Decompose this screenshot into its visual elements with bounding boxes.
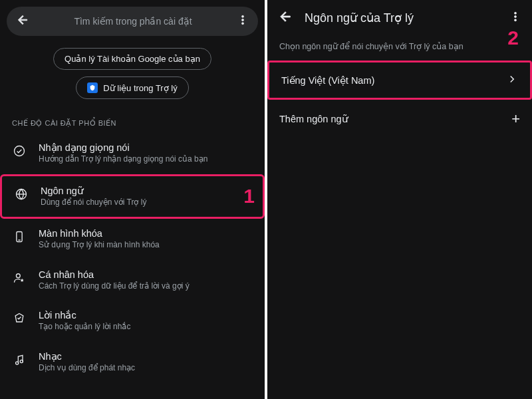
row-subtitle: Hướng dẫn Trợ lý nhận dạng giọng nói của… bbox=[39, 154, 207, 165]
row-title: Màn hình khóa bbox=[39, 228, 160, 239]
manage-account-chip[interactable]: Quản lý Tài khoản Google của bạn bbox=[53, 48, 211, 70]
lock-screen-icon bbox=[12, 229, 27, 244]
music-note-icon bbox=[12, 352, 27, 367]
row-subtitle: Sử dụng Trợ lý khi màn hình khóa bbox=[39, 240, 160, 251]
back-icon[interactable] bbox=[16, 13, 29, 29]
svg-point-7 bbox=[16, 362, 19, 364]
more-icon[interactable] bbox=[509, 11, 521, 25]
page-title: Ngôn ngữ của Trợ lý bbox=[305, 11, 497, 25]
row-title: Ngôn ngữ bbox=[41, 186, 146, 196]
assistant-data-chip[interactable]: Dữ liệu trong Trợ lý bbox=[76, 76, 188, 99]
language-list: Tiếng Việt (Việt Nam) Thêm ngôn ngữ + bbox=[267, 61, 532, 138]
settings-list: Nhận dạng giọng nói Hướng dẫn Trợ lý nhậ… bbox=[0, 133, 265, 383]
language-label: Tiếng Việt (Việt Nam) bbox=[281, 75, 506, 86]
add-language-label: Thêm ngôn ngữ bbox=[279, 114, 511, 124]
plus-icon: + bbox=[511, 110, 520, 128]
row-personalization[interactable]: Cá nhân hóa Cách Trợ lý dùng dữ liệu để … bbox=[0, 260, 265, 301]
row-reminders[interactable]: Lời nhắc Tạo hoặc quản lý lời nhắc bbox=[0, 301, 265, 342]
svg-point-2 bbox=[242, 23, 244, 25]
section-header: CHẾ ĐỘ CÀI ĐẶT PHỔ BIẾN bbox=[0, 111, 265, 133]
row-subtitle: Dùng để nói chuyện với Trợ lý bbox=[41, 198, 146, 208]
row-subtitle: Cách Trợ lý dùng dữ liệu để trả lời và g… bbox=[39, 281, 190, 292]
chevron-right-icon bbox=[506, 73, 518, 87]
chip-label: Dữ liệu trong Trợ lý bbox=[103, 83, 177, 93]
language-row-primary[interactable]: Tiếng Việt (Việt Nam) bbox=[267, 61, 532, 100]
reminder-icon bbox=[12, 311, 27, 326]
left-settings-panel: Tìm kiếm trong phần cài đặt Quản lý Tài … bbox=[0, 0, 265, 399]
shield-icon bbox=[87, 82, 98, 93]
row-title: Lời nhắc bbox=[39, 310, 130, 321]
globe-icon bbox=[14, 187, 29, 201]
search-bar[interactable]: Tìm kiếm trong phần cài đặt bbox=[7, 7, 258, 36]
back-icon[interactable] bbox=[278, 9, 293, 27]
callout-number-1: 1 bbox=[243, 185, 255, 207]
row-voice-match[interactable]: Nhận dạng giọng nói Hướng dẫn Trợ lý nhậ… bbox=[0, 133, 265, 174]
svg-point-3 bbox=[15, 146, 25, 156]
row-title: Nhận dạng giọng nói bbox=[39, 142, 207, 153]
check-circle-icon bbox=[12, 144, 27, 158]
right-languages-panel: 2 Ngôn ngữ của Trợ lý Chọn ngôn ngữ để n… bbox=[267, 0, 532, 399]
right-header: Ngôn ngữ của Trợ lý bbox=[267, 0, 532, 36]
add-language-row[interactable]: Thêm ngôn ngữ + bbox=[267, 100, 532, 138]
svg-point-11 bbox=[515, 19, 517, 21]
chip-label: Quản lý Tài khoản Google của bạn bbox=[65, 54, 200, 64]
svg-point-1 bbox=[242, 19, 244, 21]
callout-number-2: 2 bbox=[507, 27, 519, 49]
row-title: Nhạc bbox=[39, 351, 135, 362]
search-placeholder: Tìm kiếm trong phần cài đặt bbox=[37, 16, 229, 27]
svg-point-8 bbox=[20, 360, 23, 362]
row-music[interactable]: Nhạc Dịch vụ dùng để phát nhạc bbox=[0, 342, 265, 383]
page-subtitle: Chọn ngôn ngữ để nói chuyện với Trợ lý c… bbox=[267, 36, 532, 61]
svg-point-9 bbox=[515, 12, 517, 14]
svg-point-6 bbox=[16, 274, 20, 278]
row-subtitle: Dịch vụ dùng để phát nhạc bbox=[39, 363, 135, 374]
row-subtitle: Tạo hoặc quản lý lời nhắc bbox=[39, 322, 130, 332]
row-lock-screen[interactable]: Màn hình khóa Sử dụng Trợ lý khi màn hìn… bbox=[0, 219, 265, 260]
svg-point-0 bbox=[242, 15, 244, 17]
chips-row: Quản lý Tài khoản Google của bạn Dữ liệu… bbox=[0, 48, 265, 99]
more-icon[interactable] bbox=[237, 14, 249, 29]
person-star-icon bbox=[12, 271, 27, 285]
row-languages[interactable]: Ngôn ngữ Dùng để nói chuyện với Trợ lý 1 bbox=[0, 174, 265, 219]
svg-point-10 bbox=[515, 16, 517, 18]
row-title: Cá nhân hóa bbox=[39, 269, 190, 280]
